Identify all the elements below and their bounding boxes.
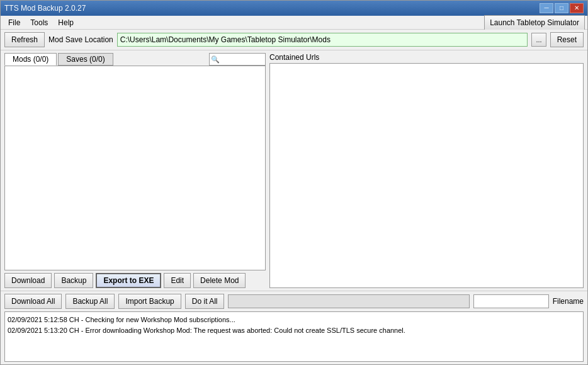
window-title: TTS Mod Backup 2.0.27 [4, 4, 86, 13]
right-panel: Contained Urls [269, 53, 584, 288]
launch-tts-button[interactable]: Launch Tabletop Simulator [484, 15, 585, 30]
main-content: Mods (0/0) Saves (0/0) 🔍 Download Backup… [1, 50, 587, 291]
progress-bar [228, 294, 469, 308]
refresh-button[interactable]: Refresh [4, 32, 45, 47]
maximize-button[interactable]: □ [555, 3, 568, 13]
tab-mods[interactable]: Mods (0/0) [4, 53, 57, 66]
bottom-bar: Download All Backup All Import Backup Do… [1, 291, 587, 311]
title-bar: TTS Mod Backup 2.0.27 ─ □ ✕ [1, 1, 587, 16]
window-controls: ─ □ ✕ [540, 3, 584, 13]
close-button[interactable]: ✕ [570, 3, 584, 13]
backup-all-button[interactable]: Backup All [65, 294, 115, 309]
log-line-2: 02/09/2021 5:13:20 CH - Error downloadin… [8, 325, 580, 336]
contained-urls-label: Contained Urls [269, 53, 584, 62]
log-area: 02/09/2021 5:12:58 CH - Checking for new… [4, 311, 584, 362]
import-backup-button[interactable]: Import Backup [118, 294, 181, 309]
toolbar: Refresh Mod Save Location ... Reset [1, 30, 587, 50]
search-input[interactable] [220, 55, 264, 63]
download-button[interactable]: Download [4, 273, 52, 288]
menu-tools[interactable]: Tools [25, 17, 53, 28]
menu-help[interactable]: Help [53, 17, 79, 28]
list-buttons: Download Backup Export to EXE Edit Delet… [4, 273, 266, 288]
main-window: TTS Mod Backup 2.0.27 ─ □ ✕ File Tools H… [0, 0, 588, 365]
left-panel: Mods (0/0) Saves (0/0) 🔍 Download Backup… [4, 53, 266, 288]
log-line-1: 02/09/2021 5:12:58 CH - Checking for new… [8, 315, 580, 325]
mods-list [4, 66, 266, 270]
delete-mod-button[interactable]: Delete Mod [193, 273, 246, 288]
minimize-button[interactable]: ─ [540, 3, 553, 13]
urls-list [269, 63, 584, 288]
tab-header: Mods (0/0) Saves (0/0) 🔍 [4, 53, 266, 66]
tab-saves[interactable]: Saves (0/0) [58, 53, 113, 66]
search-container: 🔍 [209, 53, 266, 66]
download-all-button[interactable]: Download All [4, 294, 62, 309]
browse-button[interactable]: ... [531, 33, 546, 47]
export-to-exe-button[interactable]: Export to EXE [96, 273, 161, 288]
filename-label: Filename [553, 297, 584, 306]
backup-button[interactable]: Backup [54, 273, 93, 288]
do-it-all-button[interactable]: Do it All [185, 294, 225, 309]
edit-button[interactable]: Edit [164, 273, 191, 288]
filename-input[interactable] [473, 294, 549, 308]
path-input[interactable] [117, 33, 528, 47]
menubar: File Tools Help Launch Tabletop Simulato… [1, 16, 587, 30]
menu-file[interactable]: File [3, 17, 25, 28]
mod-save-location-label: Mod Save Location [48, 35, 113, 44]
reset-button[interactable]: Reset [550, 32, 584, 47]
search-icon: 🔍 [211, 55, 220, 64]
